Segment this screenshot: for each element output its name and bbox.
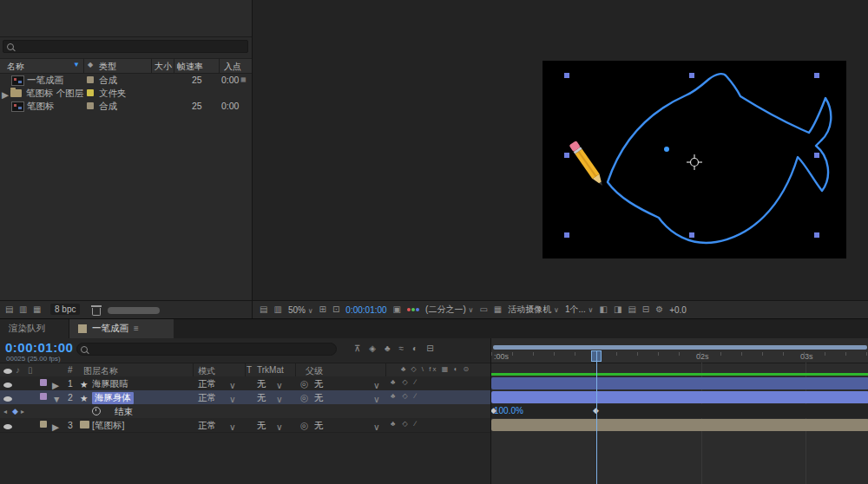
col-fps[interactable]: 帧速率 <box>177 61 203 73</box>
col-t[interactable]: T <box>247 365 252 375</box>
layer-row-2[interactable]: ▼ 2 ★ 海豚身体 正常 ∨ 无 ∨ ◎ 无 ∨ ♣ ◇ ∕ <box>0 390 490 405</box>
frame-blend-icon[interactable]: ≈ <box>399 344 404 353</box>
item-name[interactable]: 笔图标 个图层 <box>26 88 83 100</box>
next-keyframe-icon[interactable]: ▸ <box>21 408 24 415</box>
time-navigator-bar[interactable] <box>493 345 867 350</box>
pixel-aspect-icon[interactable]: ◧ <box>599 305 607 314</box>
col-mode[interactable]: 模式 <box>198 365 215 377</box>
col-parent[interactable]: 父级 <box>306 365 323 377</box>
region-of-interest-icon[interactable]: ▭ <box>479 305 487 314</box>
visibility-eye-icon[interactable] <box>3 396 12 402</box>
property-row-end[interactable]: ◂ ◆ ▸ 结束 <box>0 404 490 419</box>
layer-switches-icons[interactable]: ♣ ◇ ∕ <box>391 420 418 428</box>
col-trkmat[interactable]: TrkMat <box>257 365 284 375</box>
timeline-track-area[interactable]: :00s 02s 03s ◆ ◆ <box>490 338 868 484</box>
trkmat-dropdown[interactable]: 无 <box>257 392 266 404</box>
grid-guides-icon[interactable]: ⊞ <box>319 305 326 314</box>
item-name[interactable]: 笔图标 <box>27 101 55 113</box>
timeline-current-time[interactable]: 0:00:01:00 <box>5 340 73 355</box>
project-search[interactable] <box>3 40 248 53</box>
layer-duration-bar-1[interactable] <box>491 377 868 389</box>
mask-visibility-icon[interactable]: ⊡ <box>332 305 339 314</box>
chevron-down-icon[interactable]: ∨ <box>373 394 380 404</box>
exposure-value[interactable]: +0.0 <box>669 305 687 315</box>
trkmat-dropdown[interactable]: 无 <box>257 378 266 390</box>
project-item-row[interactable]: 一笔成画 合成 25 0:00 ▦ <box>0 74 252 87</box>
col-layer-name[interactable]: 图层名称 <box>83 365 118 377</box>
comp-current-time[interactable]: 0:00:01:00 <box>345 305 386 315</box>
chevron-down-icon[interactable]: ∨ <box>276 380 283 390</box>
hide-shy-icon[interactable]: ♣ <box>385 344 391 353</box>
trkmat-dropdown[interactable]: 无 <box>257 420 266 432</box>
pickwhip-icon[interactable]: ◎ <box>300 379 308 389</box>
composition-viewer-canvas[interactable] <box>542 61 846 258</box>
mode-dropdown[interactable]: 正常 <box>198 378 216 390</box>
layer-duration-bar-3[interactable] <box>491 419 868 431</box>
show-channel-icon[interactable] <box>407 308 419 311</box>
parent-dropdown[interactable]: 无 <box>314 420 324 432</box>
draft-3d-icon[interactable]: ◈ <box>369 344 376 353</box>
flowchart-icon[interactable]: ⊟ <box>642 305 649 314</box>
col-name[interactable]: 名称 <box>7 61 24 73</box>
new-composition-icon[interactable]: ▦ <box>33 305 41 314</box>
twirl-icon[interactable]: ▶ <box>2 89 9 100</box>
layer-row-3[interactable]: ▶ 3 [笔图标] 正常 ∨ 无 ∨ ◎ 无 ∨ ♣ ◇ ∕ <box>0 418 490 433</box>
label-column-icon[interactable]: ◆ <box>88 61 93 69</box>
horizontal-scrollbar-thumb[interactable] <box>108 307 160 314</box>
visibility-eye-icon[interactable] <box>3 383 12 388</box>
playhead-line[interactable] <box>596 350 597 484</box>
col-inpoint[interactable]: 入点 <box>224 61 241 73</box>
fast-previews-icon[interactable]: ◨ <box>614 305 621 314</box>
anchor-point-icon[interactable] <box>687 154 702 170</box>
col-number[interactable]: # <box>68 365 73 375</box>
pickwhip-icon[interactable]: ◎ <box>300 421 308 430</box>
layer-name[interactable]: 海豚身体 <box>92 392 134 404</box>
motion-blur-icon[interactable]: ◐ <box>412 344 418 353</box>
graph-editor-icon[interactable]: ⊟ <box>426 344 433 353</box>
layer-color-swatch[interactable] <box>40 379 47 386</box>
time-ruler[interactable]: :00s 02s 03s <box>491 350 868 363</box>
layer-name[interactable]: 海豚眼睛 <box>92 378 128 390</box>
chevron-down-icon[interactable]: ∨ <box>229 422 236 432</box>
trash-icon[interactable] <box>92 308 101 316</box>
view-layout-dropdown[interactable]: 1个... ∨ <box>565 304 594 316</box>
property-value[interactable]: 100.0% <box>494 406 523 415</box>
twirl-icon[interactable]: ▶ <box>52 422 59 432</box>
chevron-down-icon[interactable]: ∨ <box>276 394 283 404</box>
mini-flowchart-icon[interactable]: ⊼ <box>354 344 360 353</box>
label-color-swatch[interactable] <box>87 89 94 96</box>
chevron-down-icon[interactable]: ∨ <box>229 394 236 404</box>
transparency-grid-icon[interactable]: ▦ <box>494 305 502 314</box>
parent-dropdown[interactable]: 无 <box>314 378 324 390</box>
tab-composition[interactable]: 一笔成画 ≡ <box>69 319 174 338</box>
parent-dropdown[interactable]: 无 <box>314 392 324 404</box>
chevron-down-icon[interactable]: ∨ <box>229 380 236 390</box>
layer-row-1[interactable]: ▶ 1 ★ 海豚眼睛 正常 ∨ 无 ∨ ◎ 无 ∨ ♣ ◇ ∕ <box>0 376 490 391</box>
property-keyframe-track[interactable]: ◆ ◆ <box>491 404 868 418</box>
timeline-search-input[interactable] <box>91 344 332 354</box>
main-viewer-icon[interactable]: ▥ <box>273 305 281 314</box>
layer-color-swatch[interactable] <box>40 393 47 400</box>
panel-menu-icon[interactable]: ≡ <box>134 324 139 333</box>
twirl-icon[interactable]: ▶ <box>52 380 59 390</box>
layer-color-swatch[interactable] <box>40 421 47 428</box>
property-name[interactable]: 结束 <box>115 406 133 418</box>
item-name[interactable]: 一笔成画 <box>27 75 63 87</box>
chevron-down-icon[interactable]: ∨ <box>276 422 283 432</box>
sort-arrow-icon[interactable]: ▼ <box>73 61 80 69</box>
layer-duration-bar-2[interactable] <box>491 391 868 403</box>
project-item-row[interactable]: 笔图标 合成 25 0:00 <box>0 100 252 113</box>
label-color-swatch[interactable] <box>87 76 94 83</box>
pickwhip-icon[interactable]: ◎ <box>300 393 308 402</box>
new-folder-icon[interactable]: ▥ <box>19 305 27 314</box>
project-column-header[interactable]: 名称 ▼ ◆ 类型 大小 帧速率 入点 <box>0 58 252 74</box>
camera-dropdown[interactable]: 活动摄像机 ∨ <box>508 304 559 316</box>
selection-handles[interactable] <box>564 73 819 238</box>
bit-depth-button[interactable]: 8 bpc <box>50 304 80 315</box>
mode-dropdown[interactable]: 正常 <box>198 392 216 404</box>
prev-keyframe-icon[interactable]: ◂ <box>3 408 7 415</box>
project-search-input[interactable] <box>17 42 244 51</box>
layer-switches-icons[interactable]: ♣ ◇ ∕ <box>391 392 418 400</box>
magnification-dropdown[interactable]: 50% ∨ <box>288 305 313 315</box>
layer-switches-icons[interactable]: ♣ ◇ ∕ <box>391 378 418 386</box>
